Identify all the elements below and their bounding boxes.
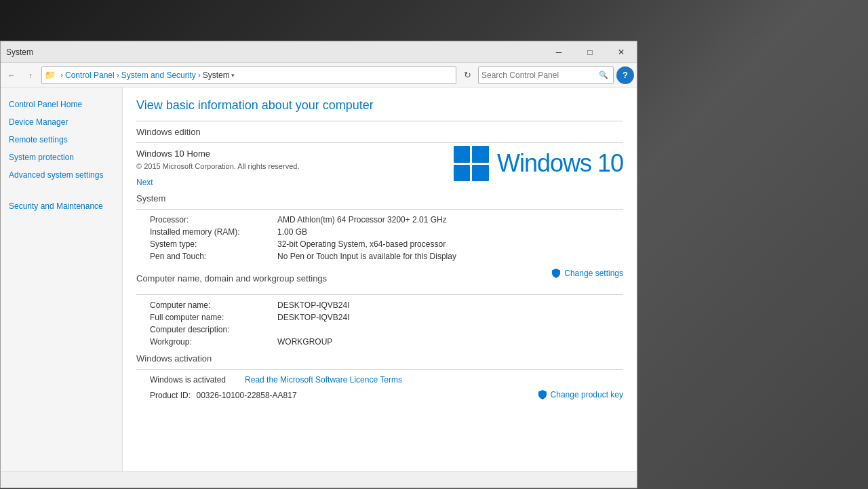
activation-status-row: Windows is activated Read the Microsoft …	[150, 375, 623, 385]
search-input[interactable]	[481, 71, 597, 80]
maximize-button[interactable]: □	[574, 41, 606, 63]
minimize-button[interactable]: ─	[543, 41, 574, 63]
change-settings-label: Change settings	[564, 269, 623, 278]
comp-desc-label: Computer description:	[150, 325, 272, 334]
full-comp-name-value: DESKTOP-IQVB24I	[277, 313, 623, 322]
pen-touch-label: Pen and Touch:	[150, 252, 272, 261]
change-product-label: Change product key	[551, 390, 623, 399]
help-button[interactable]: ?	[616, 66, 634, 84]
comp-name-value: DESKTOP-IQVB24I	[277, 300, 623, 310]
divider-system	[136, 209, 623, 210]
next-link[interactable]: Next	[136, 178, 153, 187]
breadcrumb-control-panel[interactable]: Control Panel	[65, 71, 115, 80]
up-button[interactable]: ↑	[22, 67, 39, 83]
system-header: System	[136, 193, 623, 203]
windows-10-text: Windows 10	[497, 149, 623, 178]
product-id-row: Product ID: 00326-10100-22858-AA817 Chan…	[150, 389, 623, 401]
activation-left: Windows is activated Read the Microsoft …	[150, 375, 402, 385]
windows-logo: Windows 10	[454, 146, 623, 181]
change-settings-link[interactable]: Change settings	[551, 268, 623, 279]
window-title: System	[6, 47, 33, 57]
edition-name: Windows 10 Home	[136, 149, 454, 159]
comp-desc-value	[277, 325, 623, 334]
product-id-label: Product ID:	[150, 391, 191, 400]
divider-top	[136, 121, 623, 121]
divider-activation	[136, 369, 623, 370]
main-area: Control Panel Home Device Manager Remote…	[1, 87, 637, 471]
monitor-background: System ─ □ ✕ ← ↑ 📁 › Control Panel › Sys…	[0, 0, 868, 489]
ms-license-link[interactable]: Read the Microsoft Software Licence Term…	[245, 375, 402, 385]
address-bar: ← ↑ 📁 › Control Panel › System and Secur…	[1, 63, 637, 87]
breadcrumb-system-security[interactable]: System and Security	[121, 71, 196, 80]
breadcrumb-system: System	[203, 71, 230, 80]
flag-bl	[454, 165, 471, 182]
search-box: 🔍	[478, 66, 614, 84]
product-id-block: Product ID: 00326-10100-22858-AA817	[150, 389, 297, 401]
close-button[interactable]: ✕	[606, 41, 637, 63]
divider-edition	[136, 142, 623, 143]
breadcrumb-sep-0: ›	[60, 71, 63, 80]
refresh-button[interactable]: ↻	[459, 67, 475, 83]
activation-block: Windows is activated Read the Microsoft …	[150, 375, 623, 401]
activation-status: Windows is activated	[150, 375, 226, 385]
computer-name-header: Computer name, domain and workgroup sett…	[136, 273, 327, 283]
system-type-value: 32-bit Operating System, x64-based proce…	[277, 239, 623, 249]
shield-icon-product	[537, 389, 548, 400]
sidebar-item-system-protection[interactable]: System protection	[1, 149, 122, 166]
sidebar: Control Panel Home Device Manager Remote…	[1, 87, 123, 471]
sidebar-item-advanced-system-settings[interactable]: Advanced system settings	[1, 166, 122, 184]
sidebar-item-security-maintenance[interactable]: Security and Maintenance	[1, 197, 122, 215]
workgroup-label: Workgroup:	[150, 337, 272, 347]
workgroup-value: WORKGROUP	[277, 337, 623, 347]
sidebar-item-device-manager[interactable]: Device Manager	[1, 113, 122, 131]
sidebar-item-remote-settings[interactable]: Remote settings	[1, 131, 122, 149]
full-comp-name-label: Full computer name:	[150, 313, 272, 322]
system-window: System ─ □ ✕ ← ↑ 📁 › Control Panel › Sys…	[0, 41, 637, 488]
page-title: View basic information about your comput…	[136, 98, 623, 113]
search-icon[interactable]: 🔍	[597, 69, 610, 82]
processor-value: AMD Athlon(tm) 64 Processor 3200+ 2.01 G…	[277, 215, 623, 224]
comp-name-label: Computer name:	[150, 300, 272, 310]
breadcrumb-folder-icon: 📁	[45, 70, 56, 80]
product-id-value: 00326-10100-22858-AA817	[196, 391, 296, 400]
ram-value: 1.00 GB	[277, 227, 623, 237]
flag-br	[472, 165, 489, 182]
activation-header: Windows activation	[136, 353, 623, 364]
system-info-grid: Processor: AMD Athlon(tm) 64 Processor 3…	[150, 215, 623, 261]
back-button[interactable]: ←	[3, 67, 20, 83]
windows-edition-header: Windows edition	[136, 127, 623, 137]
windows-flag-icon	[454, 146, 489, 181]
flag-tl	[454, 146, 471, 163]
edition-left: Windows 10 Home © 2015 Microsoft Corpora…	[136, 149, 454, 188]
status-bar	[1, 471, 637, 488]
ram-label: Installed memory (RAM):	[150, 227, 272, 237]
flag-tr	[472, 146, 489, 163]
divider-computer-name	[136, 294, 623, 295]
breadcrumb-dropdown[interactable]: ▾	[231, 72, 235, 79]
edition-copyright: © 2015 Microsoft Corporation. All rights…	[136, 161, 454, 172]
title-bar: System ─ □ ✕	[1, 41, 637, 63]
sidebar-item-cp-home[interactable]: Control Panel Home	[1, 96, 122, 113]
breadcrumb-bar: 📁 › Control Panel › System and Security …	[41, 66, 456, 84]
computer-name-grid: Computer name: DESKTOP-IQVB24I Full comp…	[150, 300, 623, 347]
title-bar-buttons: ─ □ ✕	[543, 41, 637, 62]
shield-icon	[551, 268, 561, 279]
system-type-label: System type:	[150, 239, 272, 249]
windows-edition-block: Windows 10 Home © 2015 Microsoft Corpora…	[136, 149, 623, 188]
content-area: View basic information about your comput…	[123, 87, 637, 471]
change-product-key-link[interactable]: Change product key	[537, 389, 623, 400]
pen-touch-value: No Pen or Touch Input is available for t…	[277, 252, 623, 261]
processor-label: Processor:	[150, 215, 272, 224]
